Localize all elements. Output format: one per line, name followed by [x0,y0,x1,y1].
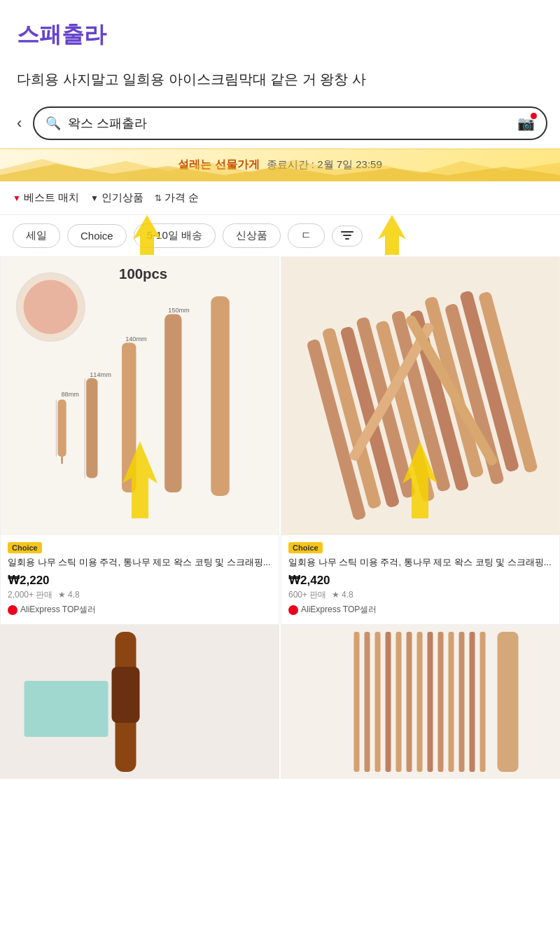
svg-rect-39 [407,632,412,772]
filter-popular-label: 인기상품 [102,191,144,205]
filter-popular[interactable]: ▼ 인기상품 [90,191,144,205]
product-rating-1: ★ 4.8 [58,590,80,600]
svg-rect-41 [428,632,433,772]
svg-rect-36 [375,632,381,772]
svg-rect-42 [438,632,444,772]
svg-rect-46 [480,632,486,772]
promo-sub-text: 종료시간 : 2월 7일 23:59 [267,158,382,172]
filter-down-arrow: ▼ [90,193,99,203]
svg-text:100pcs: 100pcs [119,266,167,282]
products-grid: 100pcs 88mm 114mm 140mm 150mm [0,256,560,625]
bottom-products-row [0,625,560,779]
product-sales-2: 600+ 판매 [288,590,326,600]
filter-chips-row: 세일 Choice 5-10일 배송 신상품 ㄷ [0,215,560,256]
svg-rect-44 [459,632,465,772]
product-title-1: 일회용 나무 스틱 미용 주걱, 통나무 제모 왁스 코팅 및 스크래핑... [8,556,272,569]
search-icon: 🔍 [46,116,61,131]
svg-text:114mm: 114mm [90,371,111,378]
svg-rect-47 [498,632,519,772]
search-box: 🔍 📷 [33,106,547,140]
product-seller-2: AliExpress TOP셀러 [288,604,552,616]
promo-banner[interactable]: 설레는 선물가게 종료시간 : 2월 7일 23:59 [0,148,560,181]
svg-rect-37 [386,632,391,772]
chip-new[interactable]: 신상품 [223,223,281,248]
choice-badge-1: Choice [8,542,42,553]
promo-main-text: 설레는 선물가게 [178,158,259,172]
camera-notification-dot [531,113,537,119]
camera-button[interactable]: 📷 [517,115,535,132]
filter-price[interactable]: ⇅ 가격 순 [155,191,199,205]
seller-name-1: AliExpress TOP셀러 [20,604,96,616]
product-info-1: Choice 일회용 나무 스틱 미용 주걱, 통나무 제모 왁스 코팅 및 스… [1,535,279,616]
svg-rect-34 [354,632,360,772]
seller-name-2: AliExpress TOP셀러 [301,604,377,616]
chip-delivery[interactable]: 5-10일 배송 [134,223,216,248]
svg-rect-40 [417,632,423,772]
seller-icon-1 [8,605,18,615]
product-meta-2: 600+ 판매 ★ 4.8 [288,589,552,601]
svg-rect-0 [341,231,354,233]
svg-rect-10 [164,314,181,492]
product-sales-1: 2,000+ 판매 [8,590,52,600]
svg-point-4 [24,280,78,334]
svg-rect-6 [57,400,66,457]
page-subtitle: 다희용 사지말고 일희용 아이스크림막대 같은 거 왕창 사 [0,56,560,106]
product-illustration-1: 100pcs 88mm 114mm 140mm 150mm [1,257,279,535]
svg-rect-38 [396,632,402,772]
seller-icon-2 [288,605,298,615]
search-input[interactable] [68,116,510,131]
product-price-1: ₩2,220 [8,573,272,588]
svg-rect-9 [122,343,136,492]
filter-red-arrow: ▼ [13,193,21,203]
filter-best-match[interactable]: ▼ 베스트 매치 [13,191,79,205]
filter-bar: ▼ 베스트 매치 ▼ 인기상품 ⇅ 가격 순 [0,181,560,215]
product-card-2: Choice 일회용 나무 스틱 미용 주걱, 통나무 제모 왁스 코팅 및 스… [281,256,560,625]
filter-lines-icon [341,231,354,241]
filter-price-label: 가격 순 [164,191,199,205]
svg-rect-33 [24,681,108,737]
product-image-2 [281,257,559,535]
svg-rect-2 [345,238,349,240]
back-button[interactable]: ‹ [13,111,26,135]
svg-rect-35 [365,632,370,772]
bottom-product-img-2 [281,625,560,779]
bottom-product-card-2 [281,625,560,779]
svg-text:88mm: 88mm [62,391,80,398]
product-price-2: ₩2,420 [288,573,552,588]
product-illustration-2 [281,257,559,535]
product-seller-1: AliExpress TOP셀러 [8,604,272,616]
page-title: 스패출라 [0,0,560,56]
svg-text:150mm: 150mm [168,307,190,314]
product-card-1: 100pcs 88mm 114mm 140mm 150mm [0,256,279,625]
chip-filter-icon[interactable] [332,226,363,247]
product-rating-2: ★ 4.8 [332,590,354,600]
svg-rect-8 [86,378,97,478]
svg-rect-32 [112,667,140,723]
chip-more[interactable]: ㄷ [288,223,325,248]
chip-choice[interactable]: Choice [67,224,127,247]
bottom-product-card-1 [0,625,279,779]
product-info-2: Choice 일회용 나무 스틱 미용 주걱, 통나무 제모 왁스 코팅 및 스… [281,535,559,616]
chips-and-arrows-area: 세일 Choice 5-10일 배송 신상품 ㄷ [0,215,560,256]
chip-sale[interactable]: 세일 [13,223,60,248]
choice-badge-2: Choice [288,542,323,553]
svg-rect-11 [211,296,229,496]
search-bar-area: ‹ 🔍 📷 [0,106,560,148]
svg-rect-45 [470,632,475,772]
filter-best-match-label: 베스트 매치 [24,191,79,205]
svg-rect-1 [343,235,351,236]
svg-rect-7 [62,457,63,464]
bottom-product-img-1 [0,625,279,779]
product-title-2: 일회용 나무 스틱 미용 주걱, 통나무 제모 왁스 코팅 및 스크래핑... [288,556,552,569]
product-meta-1: 2,000+ 판매 ★ 4.8 [8,589,272,601]
filter-sort-arrow: ⇅ [155,193,162,203]
svg-text:140mm: 140mm [125,336,147,343]
svg-rect-43 [449,632,454,772]
product-image-1: 100pcs 88mm 114mm 140mm 150mm [1,257,279,535]
